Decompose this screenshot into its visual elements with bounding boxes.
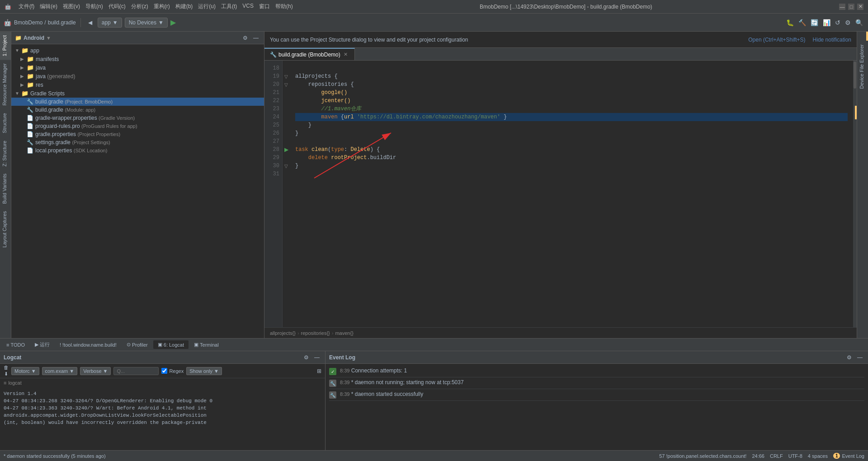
menu-code[interactable]: 代码(c) xyxy=(108,3,126,10)
menu-vcs[interactable]: VCS xyxy=(242,3,254,10)
line-col[interactable]: 24:66 xyxy=(752,453,764,459)
code-content[interactable]: allprojects { repositories { google() jc… xyxy=(290,61,853,327)
build-tab[interactable]: ! !tool.window.name.build! xyxy=(55,341,121,349)
event-log-minimize-button[interactable]: — xyxy=(855,353,864,362)
vtab-project[interactable]: 1: Project xyxy=(0,32,11,60)
panel-settings-button[interactable]: ⚙ xyxy=(241,34,250,42)
show-only-dropdown[interactable]: Show only ▼ xyxy=(186,367,222,375)
menu-analyze[interactable]: 分析(z) xyxy=(131,3,148,10)
profiler-tab[interactable]: ⊙ Profiler xyxy=(122,340,152,349)
run-button[interactable]: ▶ xyxy=(170,18,176,27)
code-editor[interactable]: 18 19 20 21 22 23 24 25 26 27 28 29 30 3… xyxy=(264,61,857,338)
vtab-z-structure[interactable]: Z: Structure xyxy=(0,137,11,170)
menu-edit[interactable]: 编辑(e) xyxy=(40,3,57,10)
back-button[interactable]: ◀ xyxy=(85,19,95,27)
regex-checkbox[interactable] xyxy=(161,368,167,374)
tree-item-build-gradle-project[interactable]: 🔧 build.gradle (Project: BmobDemo) xyxy=(11,98,264,106)
logcat-content[interactable]: Version 1.4 04-27 08:34:23.268 3240-3264… xyxy=(0,388,325,450)
breadcrumb-repositories[interactable]: repositories{} xyxy=(301,330,330,336)
fold-icon-30[interactable]: ▽ xyxy=(284,164,288,169)
build-icon[interactable]: 🔨 xyxy=(797,18,807,28)
menu-help[interactable]: 帮助(h) xyxy=(275,3,293,10)
run-gutter-icon[interactable]: ▶ xyxy=(284,146,288,153)
tree-item-app[interactable]: ▼ 📁 app xyxy=(11,46,264,55)
reload-icon[interactable]: ↺ xyxy=(834,18,842,28)
profile-icon[interactable]: 📊 xyxy=(821,18,832,28)
tree-item-gradle-wrapper[interactable]: 📄 gradle-wrapper.properties (Gradle Vers… xyxy=(11,114,264,122)
close-button[interactable]: ✕ xyxy=(857,4,863,10)
line-ending[interactable]: CRLF xyxy=(770,453,783,459)
indent[interactable]: 4 spaces xyxy=(808,453,828,459)
menu-run[interactable]: 运行(u) xyxy=(198,3,216,10)
terminal-tab[interactable]: ▣ Terminal xyxy=(189,340,223,349)
regex-checkbox-label[interactable]: Regex xyxy=(161,368,184,374)
tree-item-java[interactable]: ▶ 📁 java xyxy=(11,63,264,72)
no-devices-label: No Devices xyxy=(129,19,156,26)
level-dropdown[interactable]: Verbose ▼ xyxy=(80,367,111,375)
todo-tab[interactable]: ≡ TODO xyxy=(2,341,29,349)
device-file-explorer-tab[interactable]: Device File Explorer xyxy=(857,41,868,92)
menu-window[interactable]: 窗口 xyxy=(259,3,270,10)
tree-item-local-properties[interactable]: 📄 local.properties (SDK Location) xyxy=(11,146,264,155)
fold-icon-19[interactable]: ▽ xyxy=(284,74,288,79)
menu-refactor[interactable]: 重构(r) xyxy=(154,3,170,10)
search-icon[interactable]: 🔍 xyxy=(854,18,864,28)
file-name[interactable]: build.gradle xyxy=(48,19,76,26)
breadcrumb-allprojects[interactable]: allprojects{} xyxy=(270,330,296,336)
tab-close-button[interactable]: ✕ xyxy=(342,51,349,58)
open-project-structure-link[interactable]: Open (Ctrl+Alt+Shift+S) xyxy=(748,37,805,43)
folder-icon-gradle-scripts: 📁 xyxy=(21,90,28,97)
vtab-layout-captures[interactable]: Layout Captures xyxy=(0,207,11,251)
gutter-20[interactable]: ▽ xyxy=(283,80,290,89)
debug-icon[interactable]: 🐛 xyxy=(785,18,795,28)
logcat-clear-button[interactable]: 🗑 xyxy=(4,365,9,370)
device-dropdown[interactable]: Motorc ▼ xyxy=(11,367,39,375)
right-scrollbar[interactable] xyxy=(853,61,857,327)
process-dropdown[interactable]: com.exam ▼ xyxy=(42,367,78,375)
breadcrumb-maven[interactable]: maven{} xyxy=(335,330,353,336)
encoding[interactable]: UTF-8 xyxy=(788,453,802,459)
title-bar-menu[interactable]: 文件(f) 编辑(e) 视图(v) 导航(n) 代码(c) 分析(z) 重构(r… xyxy=(19,3,293,10)
maximize-button[interactable]: □ xyxy=(848,4,854,10)
minimize-button[interactable]: — xyxy=(839,4,845,10)
tree-item-proguard[interactable]: 📄 proguard-rules.pro (ProGuard Rules for… xyxy=(11,122,264,130)
logcat-scroll-button[interactable]: ⬇ xyxy=(4,371,9,377)
fold-icon-20[interactable]: ▽ xyxy=(284,82,288,87)
tree-item-gradle-scripts[interactable]: ▼ 📁 Gradle Scripts xyxy=(11,89,264,98)
menu-tools[interactable]: 工具(t) xyxy=(221,3,237,10)
app-selector[interactable]: app ▼ xyxy=(98,18,122,28)
logcat-settings-button[interactable]: ⚙ xyxy=(302,353,311,362)
run-tab[interactable]: ▶ 运行 xyxy=(30,340,54,349)
device-selector[interactable]: No Devices ▼ xyxy=(125,18,168,28)
tree-item-build-gradle-module[interactable]: 🔧 build.gradle (Module: app) xyxy=(11,106,264,114)
menu-build[interactable]: 构建(b) xyxy=(175,3,193,10)
editor-tab-build-gradle[interactable]: 🔧 build.gradle (BmobDemo) ✕ xyxy=(264,48,355,60)
logcat-minimize-button[interactable]: — xyxy=(312,353,321,362)
logcat-tab[interactable]: ▣ 6: Logcat xyxy=(153,340,189,349)
project-panel-dropdown[interactable]: ▼ xyxy=(46,35,51,41)
tree-item-res[interactable]: ▶ 📁 res xyxy=(11,80,264,89)
menu-file[interactable]: 文件(f) xyxy=(19,3,34,10)
vtab-resource-manager[interactable]: Resource Manager xyxy=(0,60,11,109)
panel-minimize-button[interactable]: — xyxy=(251,34,260,42)
tree-item-manifests[interactable]: ▶ 📁 manifests xyxy=(11,55,264,63)
vtab-structure[interactable]: Structure xyxy=(0,109,11,137)
event-log-status[interactable]: 1 Event Log xyxy=(833,453,864,459)
menu-view[interactable]: 视图(v) xyxy=(63,3,80,10)
logcat-expand-button[interactable]: ⊞ xyxy=(317,368,321,374)
vtab-build-variants[interactable]: Build Variants xyxy=(0,170,11,207)
menu-navigate[interactable]: 导航(n) xyxy=(85,3,103,10)
tree-item-gradle-properties[interactable]: 📄 gradle.properties (Project Properties) xyxy=(11,130,264,138)
event-log-settings-button[interactable]: ⚙ xyxy=(845,353,854,362)
project-name[interactable]: BmobDemo xyxy=(14,19,42,26)
hide-notification-link[interactable]: Hide notification xyxy=(813,37,851,43)
tree-item-java-generated[interactable]: ▶ 📁 java (generated) xyxy=(11,72,264,80)
settings-icon[interactable]: ⚙ xyxy=(844,18,852,28)
gutter-28[interactable]: ▶ xyxy=(283,146,290,154)
gutter-19[interactable]: ▽ xyxy=(283,72,290,80)
gutter-30[interactable]: ▽ xyxy=(283,162,290,170)
tree-item-settings-gradle[interactable]: 🔧 settings.gradle (Project Settings) xyxy=(11,138,264,146)
toolbar-sep-1 xyxy=(80,18,81,27)
logcat-search-input[interactable] xyxy=(113,367,159,375)
sync-icon[interactable]: 🔄 xyxy=(809,18,820,28)
